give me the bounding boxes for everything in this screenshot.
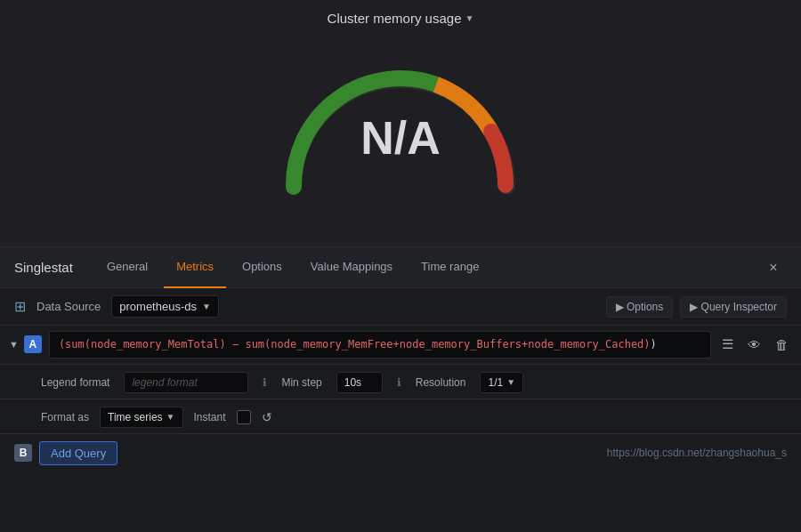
options-button[interactable]: ▶ Options: [606, 296, 674, 318]
gauge-value: N/A: [360, 111, 441, 165]
format-as-value: Time series: [108, 411, 163, 423]
refresh-icon[interactable]: ↺: [262, 410, 272, 424]
query-label-a: A: [24, 335, 42, 353]
query-delete-button[interactable]: 🗑: [772, 335, 792, 354]
instant-label: Instant: [194, 411, 226, 423]
format-as-select[interactable]: Time series ▼: [100, 407, 182, 428]
edit-panel: Singlestat General Metrics Options Value…: [0, 247, 801, 532]
resolution-select[interactable]: 1/1 ▼: [480, 372, 523, 393]
resolution-value: 1/1: [488, 376, 503, 389]
add-query-button[interactable]: Add Query: [39, 441, 117, 465]
panel-title-bar[interactable]: Cluster memory usage ▼: [328, 11, 474, 26]
min-step-label: Min step: [281, 376, 321, 389]
panel-type-label: Singlestat: [14, 260, 73, 275]
close-button[interactable]: ×: [760, 254, 787, 281]
datasource-label: Data Source: [36, 300, 101, 313]
query-expr-red-part: (sum(node_memory_MemTotal) − sum(node_me…: [59, 338, 651, 351]
datasource-value: prometheus-ds: [119, 300, 197, 313]
format-row: Format as Time series ▼ Instant ↺: [0, 399, 801, 433]
resolution-label: Resolution: [416, 376, 466, 389]
format-arrow-icon: ▼: [166, 412, 175, 422]
tab-time-range[interactable]: Time range: [409, 247, 491, 288]
legend-info-icon: ℹ: [263, 376, 267, 389]
gauge-container: N/A: [258, 36, 543, 214]
tab-options[interactable]: Options: [230, 247, 295, 288]
legend-format-input[interactable]: [124, 372, 248, 393]
tab-value-mappings[interactable]: Value Mappings: [298, 247, 405, 288]
gauge-panel: Cluster memory usage ▼ N/A: [0, 0, 801, 247]
tab-general[interactable]: General: [94, 247, 160, 288]
panel-title-text: Cluster memory usage: [328, 11, 462, 26]
legend-format-label: Legend format: [41, 376, 109, 389]
watermark-text: https://blog.csdn.net/zhangshaohua_s: [607, 447, 787, 459]
query-inspector-button[interactable]: ▶ Query Inspector: [680, 296, 787, 318]
query-expression[interactable]: (sum(node_memory_MemTotal) − sum(node_me…: [49, 331, 711, 359]
instant-checkbox[interactable]: [237, 410, 251, 424]
datasource-actions: ▶ Options ▶ Query Inspector: [606, 296, 787, 318]
query-expr-close: ): [651, 338, 657, 351]
legend-options-row: Legend format ℹ Min step ℹ Resolution 1/…: [0, 365, 801, 399]
query-toggle-button[interactable]: ☰: [718, 335, 737, 354]
datasource-row: ⊞ Data Source prometheus-ds ▼ ▶ Options …: [0, 288, 801, 326]
tab-metrics[interactable]: Metrics: [164, 247, 226, 288]
datasource-arrow-icon: ▼: [202, 302, 211, 311]
query-row: ▼ A (sum(node_memory_MemTotal) − sum(nod…: [0, 326, 801, 365]
add-query-row: B Add Query https://blog.csdn.net/zhangs…: [0, 433, 801, 472]
database-icon: ⊞: [14, 298, 26, 315]
datasource-select[interactable]: prometheus-ds ▼: [111, 295, 219, 318]
format-as-label: Format as: [41, 411, 89, 423]
query-label-b: B: [14, 444, 32, 462]
min-step-info-icon: ℹ: [397, 376, 401, 389]
query-action-buttons: ☰ 👁 🗑: [718, 335, 792, 354]
resolution-arrow-icon: ▼: [506, 377, 515, 387]
min-step-input[interactable]: [336, 372, 383, 393]
tabs-row: Singlestat General Metrics Options Value…: [0, 247, 801, 288]
panel-title-arrow-icon: ▼: [465, 13, 473, 23]
query-eye-button[interactable]: 👁: [744, 335, 765, 354]
collapse-icon[interactable]: ▼: [9, 339, 19, 350]
